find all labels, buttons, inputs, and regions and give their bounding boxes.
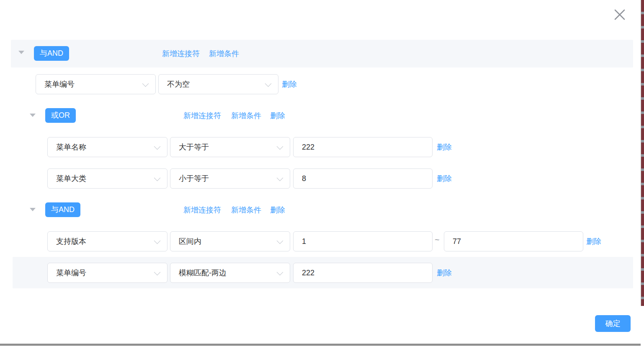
and-group-badge[interactable]: 与AND — [45, 202, 80, 217]
collapse-arrow-icon[interactable] — [30, 114, 36, 117]
confirm-button[interactable]: 确定 — [595, 315, 631, 332]
close-button[interactable] — [610, 5, 630, 25]
operator-select[interactable]: 不为空 — [158, 74, 278, 94]
field-select[interactable]: 菜单大类 — [47, 168, 167, 189]
field-select-value: 菜单编号 — [44, 80, 75, 88]
chevron-down-icon — [277, 175, 283, 181]
operator-select[interactable]: 小于等于 — [170, 168, 290, 189]
field-select-value: 菜单名称 — [56, 143, 86, 151]
operator-select[interactable]: 模糊匹配-两边 — [170, 263, 290, 283]
root-group-header-band — [11, 40, 633, 67]
filter-builder-dialog: 与AND 新增连接符 新增条件 菜单编号 不为空 删除 或OR 新增连接符 新增… — [0, 0, 644, 347]
chevron-down-icon — [265, 80, 272, 87]
field-select[interactable]: 菜单编号 — [36, 74, 156, 94]
operator-select[interactable]: 大于等于 — [170, 137, 290, 157]
close-icon — [611, 5, 629, 24]
operator-select[interactable]: 区间内 — [170, 231, 290, 251]
collapse-arrow-icon[interactable] — [30, 208, 36, 211]
page-scrollbar-right[interactable] — [641, 0, 644, 306]
delete-link[interactable]: 删除 — [437, 174, 452, 183]
delete-link[interactable]: 删除 — [437, 142, 452, 152]
operator-select-value: 大于等于 — [179, 143, 209, 151]
field-select-value: 支持版本 — [56, 237, 86, 246]
field-select-value: 菜单编号 — [56, 269, 86, 277]
page-scrollbar-bottom[interactable] — [0, 344, 641, 346]
add-condition-link[interactable]: 新增条件 — [231, 205, 261, 215]
chevron-down-icon — [154, 269, 161, 276]
chevron-down-icon — [154, 143, 161, 150]
add-condition-link[interactable]: 新增条件 — [209, 49, 239, 58]
operator-select-value: 不为空 — [167, 80, 190, 88]
field-select[interactable]: 支持版本 — [47, 231, 167, 251]
range-from-input[interactable] — [293, 231, 433, 251]
value-input[interactable] — [293, 137, 433, 157]
range-separator: ~ — [435, 235, 440, 245]
chevron-down-icon — [154, 238, 161, 244]
field-select-value: 菜单大类 — [56, 174, 86, 183]
add-connector-link[interactable]: 新增连接符 — [162, 49, 200, 58]
chevron-down-icon — [277, 143, 283, 150]
chevron-down-icon — [277, 238, 283, 244]
operator-select-value: 模糊匹配-两边 — [179, 269, 227, 277]
collapse-arrow-icon[interactable] — [18, 51, 24, 54]
add-condition-link[interactable]: 新增条件 — [231, 111, 261, 120]
field-select[interactable]: 菜单编号 — [47, 263, 167, 283]
delete-link[interactable]: 删除 — [270, 205, 285, 215]
field-select[interactable]: 菜单名称 — [47, 137, 167, 157]
root-group-badge[interactable]: 与AND — [34, 46, 69, 61]
operator-select-value: 小于等于 — [179, 174, 209, 183]
chevron-down-icon — [142, 80, 149, 87]
add-connector-link[interactable]: 新增连接符 — [183, 205, 221, 215]
or-group-badge[interactable]: 或OR — [45, 108, 76, 123]
value-input[interactable] — [293, 263, 433, 283]
delete-link[interactable]: 删除 — [437, 268, 452, 277]
delete-link[interactable]: 删除 — [282, 80, 297, 89]
delete-link[interactable]: 删除 — [586, 237, 601, 246]
add-connector-link[interactable]: 新增连接符 — [183, 111, 221, 120]
range-to-input[interactable] — [444, 231, 583, 251]
chevron-down-icon — [277, 269, 283, 276]
delete-link[interactable]: 删除 — [270, 111, 285, 120]
value-input[interactable] — [293, 168, 433, 189]
operator-select-value: 区间内 — [179, 237, 201, 246]
chevron-down-icon — [154, 175, 161, 181]
